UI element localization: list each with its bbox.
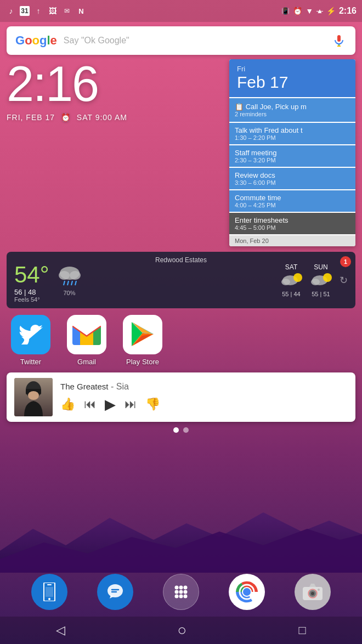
next-day-indicator: Mon, Feb 20 — [229, 235, 355, 246]
calendar-day: Fri — [237, 65, 348, 73]
song-title: The Greatest — [60, 382, 109, 391]
svg-point-4 — [59, 271, 70, 280]
weather-day-sat: SAT 55 | 44 — [280, 263, 302, 297]
svg-line-7 — [67, 281, 69, 285]
upload-icon: ↑ — [33, 5, 44, 16]
calendar-event-1[interactable]: 📋 Call Joe, Pick up m 2 reminders — [229, 98, 355, 122]
gmail-icon[interactable] — [67, 315, 106, 354]
album-art — [14, 378, 53, 416]
event-4-time: 3:30 – 6:00 PM — [235, 179, 350, 186]
dock-messages[interactable] — [97, 574, 133, 610]
svg-line-8 — [71, 281, 72, 285]
mail-icon: ✉ — [61, 5, 72, 16]
search-bar[interactable]: Google Say "Ok Google" — [7, 26, 355, 55]
thumbs-down-btn[interactable]: 👎 — [145, 397, 160, 411]
calendar-icon: 31 — [20, 6, 30, 16]
calendar-event-3[interactable]: Staff meeting 2:30 – 3:20 PM — [229, 145, 355, 167]
gmail-label: Gmail — [77, 358, 96, 366]
song-artist: Sia — [116, 382, 129, 391]
weather-humidity — [56, 264, 83, 287]
svg-point-5 — [70, 271, 81, 280]
svg-line-6 — [64, 281, 65, 285]
music-controls: 👍 ⏮ ▶ ⏭ 👎 — [60, 396, 348, 413]
weather-humidity-label: 70% — [64, 290, 76, 296]
status-bar: ♪ 31 ↑ 🖼 ✉ N 📳 ⏰ ▼ ▲ ⚡ 2:16 — [0, 0, 362, 22]
page-dot-1 — [173, 427, 179, 433]
svg-point-21 — [28, 391, 39, 400]
dock-all-apps[interactable] — [163, 574, 199, 610]
playstore-icon[interactable] — [123, 315, 162, 354]
search-placeholder[interactable]: Say "Ok Google" — [64, 36, 331, 46]
weather-main-temp: 54° 56 | 48 Feels 54° — [14, 257, 49, 303]
calendar-widget[interactable]: Fri Feb 17 📋 Call Joe, Pick up m 2 remin… — [229, 59, 355, 246]
status-icons-left: ♪ 31 ↑ 🖼 ✉ N — [5, 5, 87, 16]
event-2-time: 1:30 – 2:20 PM — [235, 134, 350, 141]
event-5-title: Commute time — [235, 194, 350, 202]
clock-status: 2:16 — [339, 6, 357, 16]
weather-hi-lo: 56 | 48 — [14, 288, 49, 296]
twitter-icon[interactable] — [11, 315, 50, 354]
weather-alert-badge: 1 — [340, 256, 351, 267]
weather-current-icon: 70% — [56, 264, 83, 296]
battery-icon: ⚡ — [326, 7, 336, 15]
calendar-date: Feb 17 — [237, 73, 348, 92]
svg-point-42 — [311, 592, 314, 595]
playstore-label: Play Store — [126, 358, 159, 366]
weather-refresh-btn[interactable]: ↻ — [340, 274, 348, 286]
page-indicators — [0, 427, 362, 433]
svg-point-30 — [179, 590, 183, 594]
thumbs-up-btn[interactable]: 👍 — [60, 397, 75, 411]
clock-widget: 2:16 FRI, FEB 17 ⏰ SAT 9:00 AM — [7, 59, 223, 246]
calendar-event-5[interactable]: Commute time 4:00 – 4:25 PM — [229, 190, 355, 212]
alarm-clock-icon: ⏰ — [61, 113, 71, 122]
svg-point-31 — [184, 590, 188, 594]
event-6-title: Enter timesheets — [235, 216, 350, 224]
svg-point-14 — [311, 279, 320, 285]
signal-icon: ▲ — [316, 7, 323, 15]
music-player[interactable]: The Greatest - Sia 👍 ⏮ ▶ ⏭ 👎 — [7, 372, 355, 422]
wifi-icon: ▼ — [306, 7, 313, 15]
svg-point-29 — [175, 590, 179, 594]
svg-point-23 — [108, 584, 123, 597]
event-1-subtitle: 2 reminders — [235, 111, 350, 117]
weather-sat-temps: 55 | 44 — [280, 291, 302, 297]
home-button[interactable]: ○ — [177, 622, 186, 639]
calendar-event-4[interactable]: Review docs 3:30 – 6:00 PM — [229, 168, 355, 189]
gmail-app[interactable]: Gmail — [67, 315, 106, 366]
recents-button[interactable]: □ — [299, 623, 306, 637]
dock-camera[interactable] — [295, 574, 331, 610]
alarm-icon: ⏰ — [293, 7, 302, 15]
mic-icon[interactable] — [331, 33, 347, 48]
twitter-app[interactable]: Twitter — [11, 315, 50, 366]
dock — [0, 567, 362, 617]
song-separator: - — [111, 382, 116, 391]
weather-day-sun: SUN 55 | 51 — [310, 263, 332, 297]
weather-forecast: SAT 55 | 44 SUN 55 | 51 ↻ — [280, 263, 348, 297]
next-btn[interactable]: ⏭ — [125, 397, 137, 411]
mountain-silhouette — [0, 507, 362, 573]
svg-line-9 — [75, 281, 76, 285]
back-button[interactable]: ◁ — [56, 623, 65, 637]
event-4-title: Review docs — [235, 171, 350, 179]
prev-btn[interactable]: ⏮ — [84, 397, 96, 411]
vibrate-icon: 📳 — [281, 7, 290, 15]
playstore-app[interactable]: Play Store — [123, 315, 162, 366]
play-btn[interactable]: ▶ — [105, 396, 116, 413]
event-icon: 📋 — [235, 103, 246, 111]
weather-temperature: 54° — [14, 262, 49, 288]
weather-widget[interactable]: Redwood Estates 1 54° 56 | 48 Feels 54° … — [7, 252, 355, 308]
calendar-event-6[interactable]: Enter timesheets 4:45 – 5:00 PM — [229, 213, 355, 234]
twitter-label: Twitter — [20, 358, 41, 366]
calendar-event-2[interactable]: Talk with Fred about t 1:30 – 2:20 PM — [229, 123, 355, 144]
status-icons-right: 📳 ⏰ ▼ ▲ ⚡ 2:16 — [281, 6, 357, 16]
weather-location: Redwood Estates — [155, 256, 207, 264]
page-dot-2 — [183, 427, 189, 433]
dock-chrome[interactable] — [229, 574, 265, 610]
svg-point-37 — [243, 588, 251, 596]
calendar-header: Fri Feb 17 — [229, 59, 355, 97]
svg-point-33 — [179, 595, 183, 598]
dock-phone[interactable] — [31, 574, 67, 610]
svg-point-34 — [184, 595, 188, 598]
clock-date: FRI, FEB 17 ⏰ SAT 9:00 AM — [7, 113, 223, 122]
event-1-title: 📋 Call Joe, Pick up m — [235, 103, 350, 111]
